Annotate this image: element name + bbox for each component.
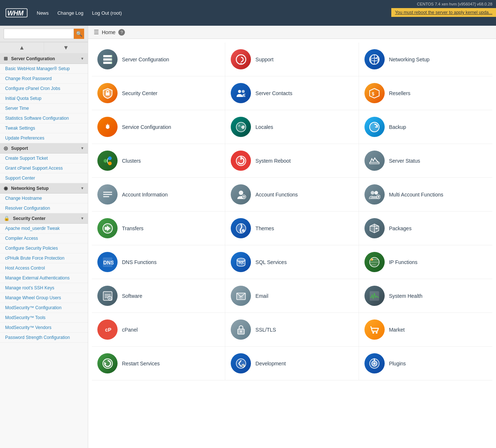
breadcrumb-home[interactable]: Home [102, 29, 115, 35]
sidebar-item[interactable]: Change Hostname [0, 194, 88, 203]
sidebar-nav-arrows: ▲ ▼ [0, 42, 88, 54]
tile-cpanel[interactable]: cP cPanel [92, 313, 225, 347]
search-button[interactable]: 🔍 [74, 29, 84, 39]
nav-news[interactable]: News [37, 10, 49, 16]
chevron-support: ▼ [80, 146, 84, 150]
tile-plugins[interactable]: Plugins [359, 347, 492, 380]
sidebar-item[interactable]: Resolver Configuration [0, 203, 88, 213]
tile-development[interactable]: Development [225, 347, 359, 380]
tile-ssl-tls[interactable]: SSL/TLS [225, 313, 359, 347]
svg-point-6 [111, 59, 112, 60]
tile-system-reboot[interactable]: System Reboot [225, 144, 359, 178]
dns-functions-icon: DNS [97, 252, 118, 272]
tile-locales[interactable]: あ Locales [225, 110, 359, 144]
top-nav: News Change Log Log Out (root) [37, 10, 129, 16]
svg-point-7 [111, 62, 112, 63]
sidebar-item[interactable]: Create Support Ticket [0, 153, 88, 163]
sidebar-section-security[interactable]: 🔒 Security Center ▼ [0, 213, 88, 224]
sidebar-item[interactable]: Initial Quota Setup [0, 94, 88, 104]
sidebar-item[interactable]: ModSecurity™ Vendors [0, 323, 88, 333]
tile-restart-services[interactable]: Restart Services [92, 347, 225, 380]
sidebar-item[interactable]: Host Access Control [0, 263, 88, 273]
svg-point-5 [111, 55, 112, 57]
nav-logout[interactable]: Log Out (root) [92, 10, 122, 16]
sidebar-item[interactable]: Manage root's SSH Keys [0, 283, 88, 293]
tile-label-locales: Locales [255, 124, 273, 130]
sidebar-item[interactable]: ModSecurity™ Tools [0, 313, 88, 323]
nav-changelog[interactable]: Change Log [57, 10, 83, 16]
breadcrumb-help[interactable]: ? [118, 29, 125, 36]
tile-server-contacts[interactable]: Server Contacts [225, 76, 359, 110]
svg-point-72 [373, 332, 374, 333]
sidebar-nav-up[interactable]: ▲ [0, 42, 44, 53]
sidebar-item[interactable]: Compiler Access [0, 234, 88, 243]
resellers-icon: $ [364, 83, 385, 103]
tile-market[interactable]: Market [359, 313, 492, 347]
search-input[interactable] [4, 29, 74, 39]
menu-icon[interactable]: ☰ [94, 29, 99, 36]
reboot-banner[interactable]: You must reboot the server to apply kern… [391, 8, 496, 17]
sidebar-nav-down[interactable]: ▼ [44, 42, 88, 53]
tile-label-plugins: Plugins [389, 361, 406, 366]
sidebar-item-update-preferences[interactable]: Update Preferences [0, 133, 88, 143]
tile-label-sql-services: SQL Services [255, 259, 287, 265]
tile-software[interactable]: Software [92, 279, 225, 313]
svg-point-31 [239, 191, 243, 195]
backup-icon [364, 117, 385, 137]
tile-resellers[interactable]: $ Resellers [359, 76, 492, 110]
sidebar-item[interactable]: Password Strength Configuration [0, 333, 88, 343]
svg-rect-12 [106, 93, 109, 95]
tile-label-restart-services: Restart Services [122, 361, 160, 366]
sidebar-item[interactable]: Basic WebHost Manager® Setup [0, 64, 88, 74]
section-icon-networking: ◉ [4, 185, 8, 191]
tile-dns-functions[interactable]: DNS DNS Functions [92, 245, 225, 279]
svg-rect-2 [103, 55, 112, 57]
tile-networking-setup[interactable]: Networking Setup [359, 43, 492, 76]
tile-system-health[interactable]: System Health [359, 279, 492, 313]
sidebar-item[interactable]: Support Center [0, 173, 88, 183]
tile-multi-account-functions[interactable]: Multi Account Functions [359, 178, 492, 212]
tile-transfers[interactable]: Transfers [92, 212, 225, 245]
sidebar-item[interactable]: Change Root Password [0, 74, 88, 84]
tile-account-information[interactable]: Account Information [92, 178, 225, 212]
tile-email[interactable]: @ Email [225, 279, 359, 313]
tile-service-configuration[interactable]: Service Configuration [92, 110, 225, 144]
multi-account-functions-icon [364, 184, 385, 205]
sidebar-section-server-configuration[interactable]: ⊞ Server Configuration ▼ [0, 54, 88, 64]
tile-ip-functions[interactable]: IP IP Functions [359, 245, 492, 279]
sidebar-item[interactable]: ModSecurity™ Configuration [0, 303, 88, 313]
tile-clusters[interactable]: Clusters [92, 144, 225, 178]
tile-themes[interactable]: Themes [225, 212, 359, 245]
tile-server-status[interactable]: Server Status [359, 144, 492, 178]
tile-sql-services[interactable]: SQL SQL Services [225, 245, 359, 279]
sidebar-item[interactable]: cPHulk Brute Force Protection [0, 253, 88, 263]
svg-rect-4 [103, 62, 112, 64]
locales-icon: あ [231, 117, 251, 137]
tile-label-ssl-tls: SSL/TLS [255, 327, 276, 333]
tile-backup[interactable]: Backup [359, 110, 492, 144]
server-contacts-icon [231, 83, 251, 103]
sidebar-item[interactable]: Apache mod_userdir Tweak [0, 224, 88, 234]
sidebar-item[interactable]: Manage External Authentications [0, 273, 88, 283]
tile-account-functions[interactable]: Account Functions [225, 178, 359, 212]
svg-point-73 [376, 332, 378, 333]
tile-security-center[interactable]: Security Center [92, 76, 225, 110]
svg-line-24 [107, 161, 108, 163]
sidebar-item[interactable]: Server Time [0, 104, 88, 113]
tile-server-configuration[interactable]: Server Configuration [92, 43, 225, 76]
sidebar-item[interactable]: Statistics Software Configuration [0, 113, 88, 123]
sidebar-item[interactable]: Tweak Settings [0, 123, 88, 133]
sidebar-section-support[interactable]: ◎ Support ▼ [0, 143, 88, 153]
tile-support[interactable]: Support [225, 43, 359, 76]
section-label-support: Support [11, 146, 28, 151]
sidebar-item[interactable]: Configure Security Policies [0, 243, 88, 253]
tile-label-resellers: Resellers [389, 90, 410, 96]
tile-packages[interactable]: Packages [359, 212, 492, 245]
tile-label-networking-setup: Networking Setup [389, 57, 430, 62]
top-right-info: CENTOS 7.4 xen hvm [v956047] v68.0.28 Yo… [391, 0, 496, 17]
sidebar-item-manage-wheel[interactable]: Manage Wheel Group Users [0, 293, 88, 303]
sidebar-item[interactable]: Grant cPanel Support Access [0, 163, 88, 173]
sidebar-section-networking[interactable]: ◉ Networking Setup ▼ [0, 183, 88, 194]
svg-point-13 [238, 90, 241, 93]
sidebar-item[interactable]: Configure cPanel Cron Jobs [0, 84, 88, 94]
